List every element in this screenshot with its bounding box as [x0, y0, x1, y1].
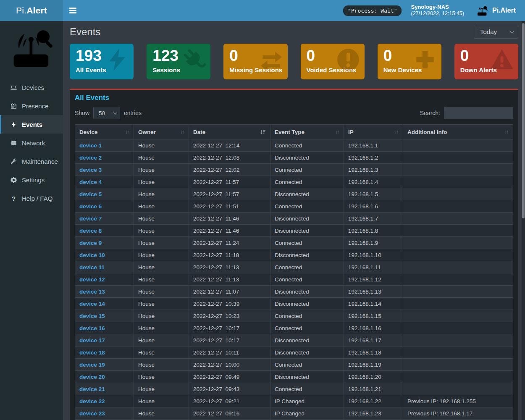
device-cell: device 15 — [75, 310, 134, 322]
device-link[interactable]: device 20 — [79, 374, 105, 380]
column-header-owner[interactable]: Owner↓↑ — [134, 125, 189, 139]
table-row: device 16House2022-12-27 10:17Connected1… — [75, 322, 513, 334]
device-link[interactable]: device 21 — [79, 386, 105, 392]
table-row: device 12House2022-12-27 11:13Connected1… — [75, 273, 513, 286]
wrench-icon — [10, 158, 17, 165]
column-header-label: Additional Info — [407, 129, 447, 135]
ip-cell: 192.168.1.5 — [344, 188, 403, 200]
table-row: device 21House2022-12-27 09:43Connected1… — [75, 383, 513, 395]
date-cell: 2022-12-27 10:11 — [189, 346, 270, 359]
table-row: device 4House2022-12-27 11:57Connected19… — [75, 176, 513, 188]
event-type-cell: IP Changed — [270, 395, 344, 407]
sidebar-item-label: Presence — [22, 102, 48, 110]
network-icon — [10, 139, 17, 146]
plus-icon — [413, 47, 437, 72]
pialert-brand-link[interactable]: Pi.Alert — [476, 5, 516, 16]
app-logo-text: Pi.Alert — [16, 5, 47, 16]
device-link[interactable]: device 9 — [79, 240, 102, 246]
sort-icon: ↓↑ — [180, 129, 184, 135]
ip-cell: 192.168.1.15 — [344, 310, 403, 322]
event-type-cell: Connected — [270, 383, 344, 395]
device-link[interactable]: device 7 — [79, 215, 102, 222]
ip-cell: 192.168.1.3 — [344, 164, 403, 176]
search-input[interactable] — [444, 107, 513, 119]
additional-info-cell — [403, 346, 513, 359]
column-header-additional-info[interactable]: Additional Info↓↑ — [403, 125, 513, 139]
device-link[interactable]: device 1 — [79, 142, 102, 149]
table-row: device 14House2022-12-27 10:39Disconnect… — [75, 298, 513, 310]
additional-info-cell — [403, 322, 513, 334]
sidebar-item-devices[interactable]: Devices — [0, 78, 63, 97]
column-header-device[interactable]: Device↓↑ — [75, 125, 134, 139]
ip-cell: 192.168.1.20 — [344, 371, 403, 383]
additional-info-cell — [403, 200, 513, 213]
ip-cell: 192.168.1.16 — [344, 322, 403, 334]
date-cell: 2022-12-27 11:46 — [189, 225, 270, 237]
device-link[interactable]: device 11 — [79, 264, 105, 270]
date-cell: 2022-12-27 10:39 — [189, 298, 270, 310]
sidebar-toggle-button[interactable] — [63, 0, 82, 21]
events-table-body: device 1House2022-12-27 12:14Connected19… — [75, 139, 513, 420]
device-link[interactable]: device 14 — [79, 301, 105, 307]
period-select[interactable]: Today — [474, 25, 518, 39]
device-link[interactable]: device 6 — [79, 203, 102, 210]
column-header-event-type[interactable]: Event Type↓↑ — [270, 125, 344, 139]
table-row: device 3House2022-12-27 12:02Connected19… — [75, 164, 513, 176]
device-cell: device 9 — [75, 237, 134, 249]
device-link[interactable]: device 4 — [79, 179, 102, 185]
device-link[interactable]: device 12 — [79, 276, 105, 283]
device-link[interactable]: device 2 — [79, 155, 102, 161]
sidebar-item-help-faq[interactable]: ?Help / FAQ — [0, 189, 63, 207]
table-row: device 19House2022-12-27 10:00Connected1… — [75, 359, 513, 371]
additional-info-cell — [403, 261, 513, 273]
additional-info-cell — [403, 310, 513, 322]
device-cell: device 6 — [75, 200, 134, 213]
device-link[interactable]: device 17 — [79, 337, 105, 344]
additional-info-cell — [403, 383, 513, 395]
owner-cell: House — [134, 225, 189, 237]
additional-info-cell — [403, 286, 513, 298]
event-type-cell: Disconnected — [270, 346, 344, 359]
device-link[interactable]: device 15 — [79, 313, 105, 319]
device-link[interactable]: device 3 — [79, 167, 102, 173]
sidebar-item-settings[interactable]: Settings — [0, 171, 63, 189]
column-header-label: IP — [348, 129, 354, 135]
sidebar-item-events[interactable]: Events — [0, 115, 63, 134]
sidebar-item-maintenance[interactable]: Maintenance — [0, 152, 63, 171]
device-link[interactable]: device 19 — [79, 362, 105, 368]
device-link[interactable]: device 8 — [79, 228, 102, 234]
scrollbar-thumb[interactable] — [522, 23, 525, 218]
stat-card-all-events: 193All Events — [70, 44, 134, 79]
column-header-ip[interactable]: IP↓↑ — [344, 125, 403, 139]
device-link[interactable]: device 5 — [79, 191, 102, 197]
event-type-cell: Disconnected — [270, 188, 344, 200]
owner-cell: House — [134, 407, 189, 420]
device-cell: device 7 — [75, 213, 134, 225]
stat-card-sessions: 123Sessions — [147, 44, 210, 79]
ip-cell: 192.168.1.8 — [344, 225, 403, 237]
app-logo[interactable]: Pi.Alert — [0, 0, 63, 21]
table-header-row: Device↓↑Owner↓↑DateEvent Type↓↑IP↓↑Addit… — [75, 125, 513, 139]
device-cell: device 14 — [75, 298, 134, 310]
event-type-cell: Connected — [270, 310, 344, 322]
device-link[interactable]: device 16 — [79, 325, 105, 331]
additional-info-cell — [403, 213, 513, 225]
column-header-date[interactable]: Date — [189, 125, 270, 139]
sidebar-item-network[interactable]: Network — [0, 134, 63, 152]
table-row: device 2House2022-12-27 12:08Disconnecte… — [75, 152, 513, 164]
device-link[interactable]: device 10 — [79, 252, 105, 258]
device-link[interactable]: device 18 — [79, 349, 105, 356]
device-cell: device 4 — [75, 176, 134, 188]
page-length-select[interactable]: 50 — [93, 107, 120, 119]
date-cell: 2022-12-27 11:57 — [189, 188, 270, 200]
date-cell: 2022-12-27 09:49 — [189, 371, 270, 383]
device-link[interactable]: device 23 — [79, 410, 105, 417]
sidebar-item-presence[interactable]: Presence — [0, 97, 63, 115]
device-link[interactable]: device 13 — [79, 289, 105, 295]
date-cell: 2022-12-27 11:24 — [189, 237, 270, 249]
sidebar-item-label: Settings — [22, 176, 45, 184]
owner-cell: House — [134, 261, 189, 273]
sidebar-item-label: Maintenance — [22, 158, 58, 165]
event-type-cell: IP Changed — [270, 407, 344, 420]
device-link[interactable]: device 22 — [79, 398, 105, 404]
